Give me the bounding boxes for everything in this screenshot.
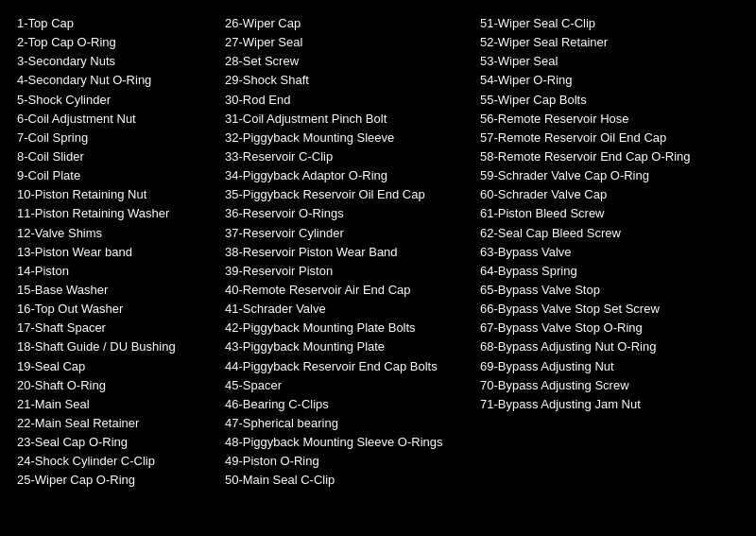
list-item: 50-Main Seal C-Clip: [225, 471, 465, 490]
list-item: 66-Bypass Valve Stop Set Screw: [480, 300, 739, 319]
list-item: 47-Spherical bearing: [225, 414, 465, 433]
list-item: 68-Bypass Adjusting Nut O-Ring: [480, 337, 739, 356]
list-item: 70-Bypass Adjusting Screw: [480, 376, 739, 395]
column-3: 51-Wiper Seal C-Clip52-Wiper Seal Retain…: [472, 9, 747, 419]
list-item: 25-Wiper Cap O-Ring: [17, 471, 210, 490]
list-item: 44-Piggyback Reservoir End Cap Bolts: [225, 357, 465, 376]
list-item: 46-Bearing C-Clips: [225, 395, 465, 414]
list-item: 41-Schrader Valve: [225, 300, 465, 319]
list-item: 36-Reservoir O-Rings: [225, 204, 465, 223]
list-item: 29-Shock Shaft: [225, 71, 465, 90]
list-item: 57-Remote Reservoir Oil End Cap: [480, 129, 739, 147]
list-item: 43-Piggyback Mounting Plate: [225, 337, 465, 356]
list-item: 11-Piston Retaining Washer: [17, 204, 210, 223]
list-item: 23-Seal Cap O-Ring: [17, 433, 210, 452]
list-item: 37-Reservoir Cylinder: [225, 224, 465, 243]
list-item: 27-Wiper Seal: [225, 33, 465, 52]
list-item: 20-Shaft O-Ring: [17, 376, 210, 395]
list-item: 28-Set Screw: [225, 52, 465, 71]
list-item: 64-Bypass Spring: [480, 262, 739, 281]
list-item: 17-Shaft Spacer: [17, 319, 210, 337]
list-item: 31-Coil Adjustment Pinch Bolt: [225, 110, 465, 129]
list-item: 67-Bypass Valve Stop O-Ring: [480, 319, 739, 337]
list-item: 19-Seal Cap: [17, 357, 210, 376]
list-item: 59-Schrader Valve Cap O-Ring: [480, 166, 739, 185]
list-item: 33-Reservoir C-Clip: [225, 147, 465, 166]
list-item: 48-Piggyback Mounting Sleeve O-Rings: [225, 433, 465, 452]
list-item: 61-Piston Bleed Screw: [480, 204, 739, 223]
list-item: 5-Shock Cylinder: [17, 91, 210, 110]
list-item: 65-Bypass Valve Stop: [480, 281, 739, 300]
list-item: 56-Remote Reservoir Hose: [480, 110, 739, 129]
list-item: 62-Seal Cap Bleed Screw: [480, 224, 739, 243]
list-item: 7-Coil Spring: [17, 129, 210, 147]
list-item: 54-Wiper O-Ring: [480, 71, 739, 90]
list-item: 63-Bypass Valve: [480, 243, 739, 262]
list-item: 51-Wiper Seal C-Clip: [480, 14, 739, 33]
list-item: 30-Rod End: [225, 91, 465, 110]
list-item: 12-Valve Shims: [17, 224, 210, 243]
list-item: 9-Coil Plate: [17, 166, 210, 185]
column-1: 1-Top Cap2-Top Cap O-Ring3-Secondary Nut…: [9, 9, 217, 495]
list-item: 42-Piggyback Mounting Plate Bolts: [225, 319, 465, 337]
list-item: 55-Wiper Cap Bolts: [480, 91, 739, 110]
list-item: 18-Shaft Guide / DU Bushing: [17, 337, 210, 356]
list-item: 15-Base Washer: [17, 281, 210, 300]
list-item: 4-Secondary Nut O-Ring: [17, 71, 210, 90]
list-item: 26-Wiper Cap: [225, 14, 465, 33]
list-item: 6-Coil Adjustment Nut: [17, 110, 210, 129]
column-2: 26-Wiper Cap27-Wiper Seal28-Set Screw29-…: [217, 9, 472, 495]
list-item: 24-Shock Cylinder C-Clip: [17, 452, 210, 471]
list-item: 69-Bypass Adjusting Nut: [480, 357, 739, 376]
list-item: 21-Main Seal: [17, 395, 210, 414]
list-item: 10-Piston Retaining Nut: [17, 185, 210, 204]
list-item: 32-Piggyback Mounting Sleeve: [225, 129, 465, 147]
list-item: 52-Wiper Seal Retainer: [480, 33, 739, 52]
list-item: 39-Reservoir Piston: [225, 262, 465, 281]
list-item: 22-Main Seal Retainer: [17, 414, 210, 433]
list-item: 13-Piston Wear band: [17, 243, 210, 262]
list-item: 3-Secondary Nuts: [17, 52, 210, 71]
list-item: 71-Bypass Adjusting Jam Nut: [480, 395, 739, 414]
list-item: 2-Top Cap O-Ring: [17, 33, 210, 52]
list-item: 34-Piggyback Adaptor O-Ring: [225, 166, 465, 185]
list-item: 45-Spacer: [225, 376, 465, 395]
list-item: 16-Top Out Washer: [17, 300, 210, 319]
list-item: 58-Remote Reservoir End Cap O-Ring: [480, 147, 739, 166]
list-item: 53-Wiper Seal: [480, 52, 739, 71]
list-item: 35-Piggyback Reservoir Oil End Cap: [225, 185, 465, 204]
list-item: 40-Remote Reservoir Air End Cap: [225, 281, 465, 300]
list-item: 38-Reservoir Piston Wear Band: [225, 243, 465, 262]
list-item: 14-Piston: [17, 262, 210, 281]
list-item: 60-Schrader Valve Cap: [480, 185, 739, 204]
list-item: 49-Piston O-Ring: [225, 452, 465, 471]
list-item: 1-Top Cap: [17, 14, 210, 33]
list-item: 8-Coil Slider: [17, 147, 210, 166]
parts-list: 1-Top Cap2-Top Cap O-Ring3-Secondary Nut…: [9, 9, 747, 495]
